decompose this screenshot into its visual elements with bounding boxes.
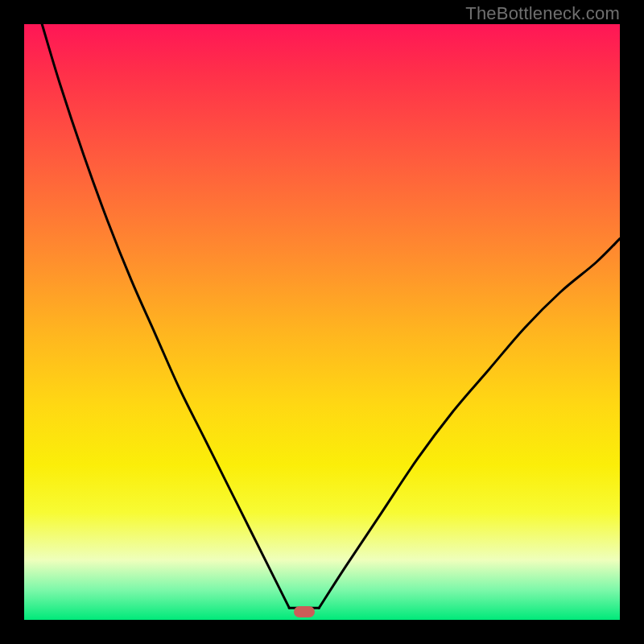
chart-frame: TheBottleneck.com [0, 0, 644, 644]
right-branch-path [319, 238, 620, 608]
optimal-marker [294, 606, 315, 617]
plot-area [24, 24, 620, 620]
watermark-text: TheBottleneck.com [465, 3, 620, 24]
left-branch-path [42, 24, 289, 608]
curve-layer [24, 24, 620, 620]
